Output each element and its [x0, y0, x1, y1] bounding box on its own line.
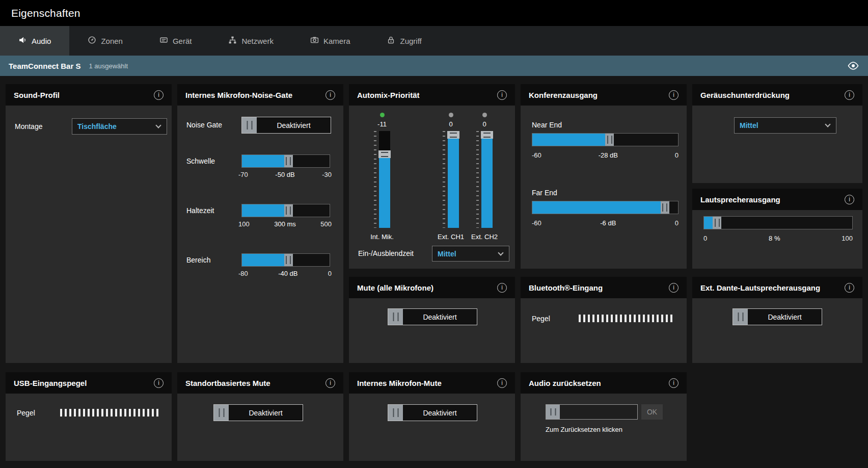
panel-body: Mittel — [692, 106, 862, 183]
panel-header: Ext. Dante-Lautsprecherausgang — [692, 277, 862, 298]
fader-handle[interactable] — [481, 131, 493, 139]
haltezeit-slider[interactable] — [241, 204, 330, 217]
fader-value: 0 — [449, 120, 452, 128]
montage-select[interactable]: Tischfläche — [72, 118, 167, 135]
tab-bar: Audio Zonen Gerät Netzwerk Kamera Zugrif… — [0, 26, 868, 56]
toggle-handle[interactable] — [242, 117, 257, 133]
fader-track[interactable] — [379, 131, 390, 228]
toggle-state: Deaktiviert — [403, 309, 477, 325]
panel-header: Bluetooth®-Eingang — [521, 277, 687, 298]
info-icon[interactable] — [154, 90, 164, 100]
fader-track[interactable] — [481, 131, 493, 228]
toggle-handle[interactable] — [388, 309, 403, 325]
scale-min: 0 — [703, 235, 707, 242]
fade-time-select[interactable]: Mittel — [432, 246, 509, 262]
panel-sound-profil: Sound-Profil Montage Tischfläche — [6, 84, 172, 363]
panel-header: Geräuschunterdrückung — [692, 84, 862, 106]
fader-handle[interactable] — [378, 150, 391, 158]
slider-fill — [532, 201, 661, 214]
info-icon[interactable] — [669, 90, 679, 100]
panel-title: Sound-Profil — [14, 91, 60, 99]
info-icon[interactable] — [326, 378, 335, 388]
reset-handle[interactable] — [546, 405, 560, 419]
info-icon[interactable] — [845, 195, 854, 204]
active-indicator-dot — [380, 113, 385, 117]
device-icon — [159, 36, 168, 46]
chevron-down-icon — [825, 121, 830, 127]
internal-mic-mute-toggle[interactable]: Deaktiviert — [388, 404, 477, 421]
info-icon[interactable] — [845, 283, 854, 293]
tab-zugriff[interactable]: Zugriff — [368, 26, 440, 56]
slider-handle[interactable] — [284, 204, 293, 217]
info-icon[interactable] — [326, 90, 335, 100]
panel-title: Ext. Dante-Lautsprecherausgang — [700, 283, 820, 292]
info-icon[interactable] — [497, 378, 507, 388]
panel-title: Konferenzausgang — [529, 91, 598, 99]
panel-body: Noise Gate Deaktiviert Schwelle -70 -50 … — [177, 106, 343, 363]
slider-fill — [242, 254, 284, 266]
tab-zonen[interactable]: Zonen — [69, 26, 141, 56]
panel-noise-gate: Internes Mikrofon-Noise-Gate Noise Gate … — [177, 84, 343, 363]
panel-title: Mute (alle Mikrofone) — [357, 283, 433, 292]
schwelle-scale: -70 -50 dB -30 — [238, 171, 332, 178]
scale-min: -60 — [532, 219, 541, 227]
dante-output-toggle[interactable]: Deaktiviert — [733, 308, 822, 325]
toggle-handle[interactable] — [388, 405, 403, 421]
far-end-slider[interactable] — [532, 201, 679, 214]
noise-gate-toggle[interactable]: Deaktiviert — [241, 117, 331, 134]
bereich-slider[interactable] — [241, 253, 330, 267]
panel-body: OK Zum Zurücksetzen klicken — [521, 394, 687, 461]
tab-kamera[interactable]: Kamera — [292, 26, 369, 56]
panel-header: Internes Mikrofon-Noise-Gate — [177, 84, 343, 106]
toggle-handle[interactable] — [733, 309, 748, 325]
info-icon[interactable] — [845, 90, 854, 100]
tab-geraet[interactable]: Gerät — [141, 26, 210, 56]
info-icon[interactable] — [497, 90, 507, 100]
noise-gate-label: Noise Gate — [186, 117, 222, 134]
info-icon[interactable] — [669, 283, 679, 293]
speaker-icon — [18, 36, 27, 46]
slider-handle[interactable] — [661, 201, 669, 214]
reset-ok-button[interactable]: OK — [641, 404, 663, 420]
scale-max: 0 — [675, 151, 679, 159]
visibility-eye-icon[interactable] — [847, 61, 859, 70]
top-bar: Eigenschaften — [0, 0, 868, 26]
scale-min: -80 — [238, 270, 248, 277]
scale-max: 0 — [675, 219, 679, 227]
location-mute-toggle[interactable]: Deaktiviert — [213, 404, 303, 421]
panel-konferenzausgang: Konferenzausgang Near End -60 -28 dB 0 F… — [521, 84, 687, 269]
panel-title: Internes Mikrofon-Noise-Gate — [185, 91, 292, 99]
device-name: TeamConnect Bar S — [9, 62, 80, 70]
toggle-state: Deaktiviert — [748, 309, 822, 325]
montage-label: Montage — [15, 118, 42, 135]
slider-handle[interactable] — [605, 134, 614, 146]
toggle-handle[interactable] — [214, 405, 229, 421]
scale-min: -60 — [532, 151, 541, 159]
fader-handle[interactable] — [447, 131, 459, 139]
speaker-output-slider[interactable] — [703, 216, 853, 229]
fader-fill — [379, 157, 390, 228]
schwelle-slider[interactable] — [241, 154, 330, 168]
info-icon[interactable] — [669, 378, 679, 388]
slider-handle[interactable] — [713, 217, 721, 229]
info-icon[interactable] — [154, 378, 164, 388]
panel-body: Deaktiviert — [349, 298, 515, 363]
audio-reset-slider[interactable] — [546, 404, 638, 420]
slider-handle[interactable] — [284, 254, 293, 266]
tab-netzwerk[interactable]: Netzwerk — [210, 26, 292, 56]
haltezeit-scale: 100 300 ms 500 — [238, 220, 332, 228]
scale-max: 0 — [328, 270, 332, 277]
slider-handle[interactable] — [284, 155, 293, 167]
tab-label: Audio — [32, 37, 51, 45]
near-end-slider[interactable] — [532, 133, 679, 146]
panel-body: Deaktiviert — [349, 394, 515, 461]
noise-suppression-select[interactable]: Mittel — [734, 117, 836, 134]
scale-min: -70 — [238, 171, 248, 178]
mute-all-toggle[interactable]: Deaktiviert — [388, 308, 477, 325]
toggle-state: Deaktiviert — [257, 117, 331, 133]
fader-track[interactable] — [448, 131, 459, 228]
tab-audio[interactable]: Audio — [0, 26, 69, 56]
bereich-label: Bereich — [186, 253, 210, 267]
info-icon[interactable] — [497, 283, 507, 293]
panel-body: Pegel — [6, 394, 172, 461]
